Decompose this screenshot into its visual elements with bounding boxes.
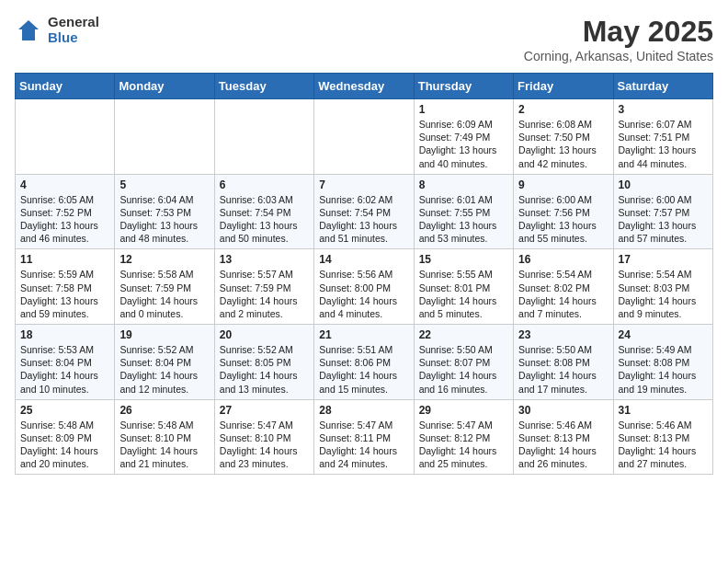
calendar-cell: 11Sunrise: 5:59 AM Sunset: 7:58 PM Dayli… bbox=[16, 249, 115, 325]
cell-content: Sunrise: 5:47 AM Sunset: 8:11 PM Dayligh… bbox=[319, 419, 408, 471]
day-number: 20 bbox=[220, 328, 309, 341]
cell-content: Sunrise: 5:55 AM Sunset: 8:01 PM Dayligh… bbox=[419, 268, 508, 320]
calendar-week-row: 1Sunrise: 6:09 AM Sunset: 7:49 PM Daylig… bbox=[16, 99, 713, 175]
calendar-cell bbox=[16, 99, 115, 175]
page-header: General Blue May 2025 Corning, Arkansas,… bbox=[15, 15, 713, 63]
cell-content: Sunrise: 5:49 AM Sunset: 8:08 PM Dayligh… bbox=[619, 343, 708, 396]
cell-content: Sunrise: 5:52 AM Sunset: 8:05 PM Dayligh… bbox=[220, 343, 309, 396]
day-number: 28 bbox=[319, 404, 408, 417]
calendar-cell: 14Sunrise: 5:56 AM Sunset: 8:00 PM Dayli… bbox=[314, 249, 414, 325]
cell-content: Sunrise: 6:05 AM Sunset: 7:52 PM Dayligh… bbox=[20, 193, 109, 246]
day-number: 29 bbox=[419, 404, 508, 417]
calendar-cell: 31Sunrise: 5:46 AM Sunset: 8:13 PM Dayli… bbox=[613, 399, 712, 475]
calendar-cell: 25Sunrise: 5:48 AM Sunset: 8:09 PM Dayli… bbox=[16, 399, 115, 475]
weekday-header: Tuesday bbox=[214, 74, 313, 99]
calendar-cell: 22Sunrise: 5:50 AM Sunset: 8:07 PM Dayli… bbox=[414, 325, 513, 400]
cell-content: Sunrise: 6:00 AM Sunset: 7:57 PM Dayligh… bbox=[619, 193, 708, 246]
cell-content: Sunrise: 5:48 AM Sunset: 8:09 PM Dayligh… bbox=[20, 419, 109, 471]
calendar-cell: 4Sunrise: 6:05 AM Sunset: 7:52 PM Daylig… bbox=[16, 174, 115, 249]
cell-content: Sunrise: 6:02 AM Sunset: 7:54 PM Dayligh… bbox=[319, 193, 408, 246]
calendar-cell: 13Sunrise: 5:57 AM Sunset: 7:59 PM Dayli… bbox=[214, 249, 313, 325]
calendar-cell: 29Sunrise: 5:47 AM Sunset: 8:12 PM Dayli… bbox=[414, 399, 513, 475]
day-number: 3 bbox=[619, 103, 708, 116]
cell-content: Sunrise: 5:52 AM Sunset: 8:04 PM Dayligh… bbox=[119, 343, 209, 396]
cell-content: Sunrise: 5:50 AM Sunset: 8:08 PM Dayligh… bbox=[518, 343, 608, 396]
calendar-cell: 21Sunrise: 5:51 AM Sunset: 8:06 PM Dayli… bbox=[314, 325, 414, 400]
cell-content: Sunrise: 5:57 AM Sunset: 7:59 PM Dayligh… bbox=[220, 268, 309, 320]
calendar-cell: 1Sunrise: 6:09 AM Sunset: 7:49 PM Daylig… bbox=[414, 99, 513, 175]
day-number: 5 bbox=[119, 178, 209, 191]
weekday-header: Wednesday bbox=[314, 74, 414, 99]
calendar-cell: 9Sunrise: 6:00 AM Sunset: 7:56 PM Daylig… bbox=[514, 174, 613, 249]
calendar-cell: 15Sunrise: 5:55 AM Sunset: 8:01 PM Dayli… bbox=[414, 249, 513, 325]
day-number: 27 bbox=[220, 404, 309, 417]
calendar-cell: 16Sunrise: 5:54 AM Sunset: 8:02 PM Dayli… bbox=[514, 249, 613, 325]
cell-content: Sunrise: 5:51 AM Sunset: 8:06 PM Dayligh… bbox=[319, 343, 408, 396]
day-number: 24 bbox=[619, 328, 708, 341]
calendar-table: SundayMondayTuesdayWednesdayThursdayFrid… bbox=[15, 73, 713, 475]
calendar-cell: 7Sunrise: 6:02 AM Sunset: 7:54 PM Daylig… bbox=[314, 174, 414, 249]
day-number: 11 bbox=[20, 253, 109, 266]
cell-content: Sunrise: 5:50 AM Sunset: 8:07 PM Dayligh… bbox=[419, 343, 508, 396]
calendar-cell: 30Sunrise: 5:46 AM Sunset: 8:13 PM Dayli… bbox=[514, 399, 613, 475]
logo-general-label: General bbox=[48, 15, 99, 30]
title-block: May 2025 Corning, Arkansas, United State… bbox=[524, 15, 713, 63]
cell-content: Sunrise: 5:47 AM Sunset: 8:10 PM Dayligh… bbox=[220, 419, 309, 471]
cell-content: Sunrise: 5:47 AM Sunset: 8:12 PM Dayligh… bbox=[419, 419, 508, 471]
day-number: 17 bbox=[619, 253, 708, 266]
calendar-cell bbox=[314, 99, 414, 175]
day-number: 10 bbox=[619, 178, 708, 191]
calendar-body: 1Sunrise: 6:09 AM Sunset: 7:49 PM Daylig… bbox=[16, 99, 713, 475]
calendar-subtitle: Corning, Arkansas, United States bbox=[524, 49, 713, 63]
cell-content: Sunrise: 6:03 AM Sunset: 7:54 PM Dayligh… bbox=[220, 193, 309, 246]
calendar-cell: 19Sunrise: 5:52 AM Sunset: 8:04 PM Dayli… bbox=[115, 325, 214, 400]
day-number: 2 bbox=[518, 103, 608, 116]
calendar-cell: 18Sunrise: 5:53 AM Sunset: 8:04 PM Dayli… bbox=[16, 325, 115, 400]
day-number: 14 bbox=[319, 253, 408, 266]
calendar-cell: 26Sunrise: 5:48 AM Sunset: 8:10 PM Dayli… bbox=[115, 399, 214, 475]
day-number: 7 bbox=[319, 178, 408, 191]
cell-content: Sunrise: 6:09 AM Sunset: 7:49 PM Dayligh… bbox=[419, 118, 508, 170]
calendar-cell: 27Sunrise: 5:47 AM Sunset: 8:10 PM Dayli… bbox=[214, 399, 313, 475]
svg-marker-0 bbox=[18, 20, 39, 40]
day-number: 9 bbox=[518, 178, 608, 191]
cell-content: Sunrise: 5:48 AM Sunset: 8:10 PM Dayligh… bbox=[119, 419, 209, 471]
calendar-cell: 5Sunrise: 6:04 AM Sunset: 7:53 PM Daylig… bbox=[115, 174, 214, 249]
calendar-cell bbox=[115, 99, 214, 175]
weekday-header: Thursday bbox=[414, 74, 513, 99]
calendar-cell: 3Sunrise: 6:07 AM Sunset: 7:51 PM Daylig… bbox=[613, 99, 712, 175]
cell-content: Sunrise: 6:00 AM Sunset: 7:56 PM Dayligh… bbox=[518, 193, 608, 246]
day-number: 18 bbox=[20, 328, 109, 341]
day-number: 12 bbox=[119, 253, 209, 266]
day-number: 26 bbox=[119, 404, 209, 417]
calendar-cell: 8Sunrise: 6:01 AM Sunset: 7:55 PM Daylig… bbox=[414, 174, 513, 249]
weekday-header: Sunday bbox=[16, 74, 115, 99]
cell-content: Sunrise: 6:08 AM Sunset: 7:50 PM Dayligh… bbox=[518, 118, 608, 170]
cell-content: Sunrise: 5:54 AM Sunset: 8:03 PM Dayligh… bbox=[619, 268, 708, 320]
calendar-cell: 28Sunrise: 5:47 AM Sunset: 8:11 PM Dayli… bbox=[314, 399, 414, 475]
calendar-cell: 2Sunrise: 6:08 AM Sunset: 7:50 PM Daylig… bbox=[514, 99, 613, 175]
cell-content: Sunrise: 5:58 AM Sunset: 7:59 PM Dayligh… bbox=[119, 268, 209, 320]
logo-icon bbox=[15, 17, 42, 44]
day-number: 31 bbox=[619, 404, 708, 417]
logo: General Blue bbox=[15, 15, 99, 45]
day-number: 19 bbox=[119, 328, 209, 341]
day-number: 8 bbox=[419, 178, 508, 191]
cell-content: Sunrise: 6:01 AM Sunset: 7:55 PM Dayligh… bbox=[419, 193, 508, 246]
calendar-week-row: 18Sunrise: 5:53 AM Sunset: 8:04 PM Dayli… bbox=[16, 325, 713, 400]
weekday-header: Friday bbox=[514, 74, 613, 99]
calendar-cell: 12Sunrise: 5:58 AM Sunset: 7:59 PM Dayli… bbox=[115, 249, 214, 325]
day-number: 4 bbox=[20, 178, 109, 191]
day-number: 6 bbox=[220, 178, 309, 191]
calendar-header: SundayMondayTuesdayWednesdayThursdayFrid… bbox=[16, 74, 713, 99]
day-number: 16 bbox=[518, 253, 608, 266]
cell-content: Sunrise: 5:46 AM Sunset: 8:13 PM Dayligh… bbox=[619, 419, 708, 471]
calendar-cell: 17Sunrise: 5:54 AM Sunset: 8:03 PM Dayli… bbox=[613, 249, 712, 325]
calendar-cell: 10Sunrise: 6:00 AM Sunset: 7:57 PM Dayli… bbox=[613, 174, 712, 249]
logo-blue-label: Blue bbox=[48, 30, 99, 46]
calendar-cell: 6Sunrise: 6:03 AM Sunset: 7:54 PM Daylig… bbox=[214, 174, 313, 249]
calendar-cell: 20Sunrise: 5:52 AM Sunset: 8:05 PM Dayli… bbox=[214, 325, 313, 400]
calendar-cell: 23Sunrise: 5:50 AM Sunset: 8:08 PM Dayli… bbox=[514, 325, 613, 400]
calendar-cell bbox=[214, 99, 313, 175]
cell-content: Sunrise: 5:59 AM Sunset: 7:58 PM Dayligh… bbox=[20, 268, 109, 320]
